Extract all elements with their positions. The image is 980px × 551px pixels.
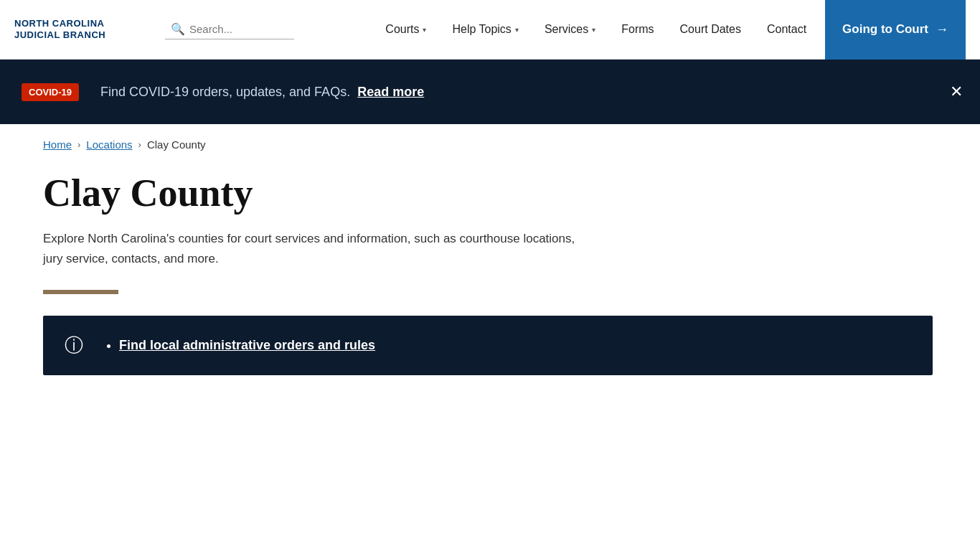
chevron-down-icon: ▾	[515, 26, 519, 34]
nav-item-contact[interactable]: Contact	[754, 0, 819, 60]
info-circle-icon: ⓘ	[65, 333, 83, 358]
nav-item-forms[interactable]: Forms	[608, 0, 666, 60]
nav-item-services[interactable]: Services ▾	[532, 0, 608, 60]
logo-line2: JUDICIAL BRANCH	[14, 29, 158, 41]
page-title: Clay County	[43, 172, 937, 215]
covid-banner: COVID-19 Find COVID-19 orders, updates, …	[0, 60, 980, 124]
covid-read-more-link[interactable]: Read more	[357, 85, 424, 99]
covid-badge: COVID-19	[22, 83, 79, 101]
chevron-down-icon: ▾	[592, 26, 595, 34]
nav-contact-label: Contact	[767, 23, 806, 36]
breadcrumb-current: Clay County	[147, 138, 206, 151]
search-input[interactable]	[189, 23, 283, 35]
chevron-down-icon: ▾	[423, 26, 426, 34]
close-banner-button[interactable]: ✕	[950, 84, 963, 100]
going-to-court-label: Going to Court	[842, 22, 928, 37]
logo-line1: NORTH CAROLINA	[14, 18, 158, 29]
going-to-court-button[interactable]: Going to Court →	[825, 0, 966, 60]
covid-text: Find COVID-19 orders, updates, and FAQs.…	[100, 85, 424, 100]
breadcrumb-home[interactable]: Home	[43, 138, 72, 151]
arrow-right-icon: →	[936, 22, 948, 37]
admin-orders-link[interactable]: Find local administrative orders and rul…	[119, 338, 375, 352]
main-nav: Courts ▾ Help Topics ▾ Services ▾ Forms …	[372, 0, 819, 60]
info-box: ⓘ Find local administrative orders and r…	[43, 316, 933, 375]
nav-court-dates-label: Court Dates	[680, 23, 741, 36]
chevron-right-icon: ›	[138, 139, 141, 150]
info-links-list: Find local administrative orders and rul…	[105, 338, 375, 353]
search-area: 🔍	[165, 19, 294, 39]
nav-item-court-dates[interactable]: Court Dates	[667, 0, 754, 60]
site-logo[interactable]: NORTH CAROLINA JUDICIAL BRANCH	[14, 18, 158, 40]
header: NORTH CAROLINA JUDICIAL BRANCH 🔍 Courts …	[0, 0, 980, 60]
nav-help-label: Help Topics	[452, 23, 511, 36]
chevron-right-icon: ›	[77, 139, 80, 150]
search-icon: 🔍	[171, 22, 185, 36]
nav-forms-label: Forms	[621, 23, 654, 36]
nav-courts-label: Courts	[385, 23, 419, 36]
nav-item-courts[interactable]: Courts ▾	[372, 0, 439, 60]
main-content: Clay County Explore North Carolina's cou…	[0, 165, 980, 404]
breadcrumb: Home › Locations › Clay County	[0, 124, 980, 165]
list-item: Find local administrative orders and rul…	[119, 338, 375, 353]
breadcrumb-locations[interactable]: Locations	[86, 138, 132, 151]
decorative-bar	[43, 290, 118, 294]
page-description: Explore North Carolina's counties for co…	[43, 229, 588, 268]
nav-services-label: Services	[545, 23, 588, 36]
nav-item-help-topics[interactable]: Help Topics ▾	[439, 0, 531, 60]
